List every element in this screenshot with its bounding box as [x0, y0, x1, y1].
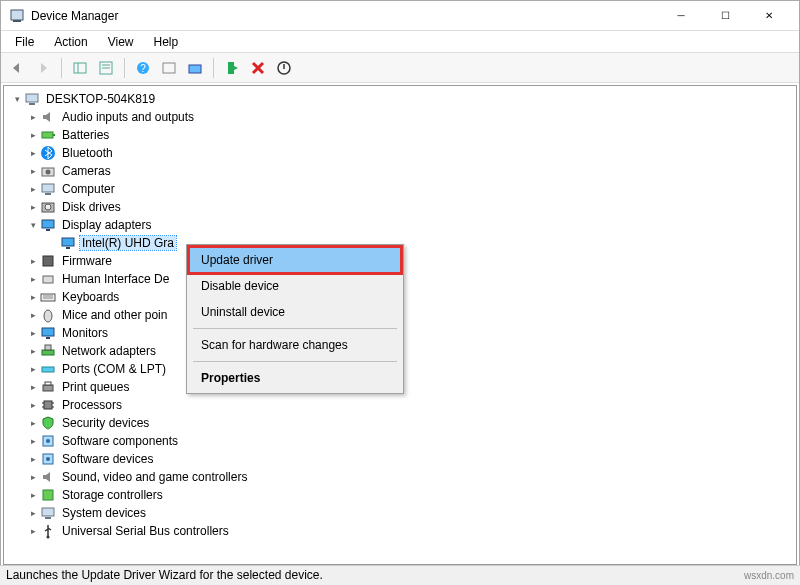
back-button[interactable] — [5, 56, 29, 80]
expander-icon[interactable]: ▸ — [26, 274, 40, 284]
forward-button[interactable] — [31, 56, 55, 80]
show-hide-button[interactable] — [68, 56, 92, 80]
device-tree-panel[interactable]: ▾DESKTOP-504K819▸Audio inputs and output… — [3, 85, 797, 565]
battery-icon — [40, 127, 56, 143]
svg-rect-20 — [42, 184, 54, 192]
svg-rect-27 — [66, 247, 70, 249]
ctx-update-driver[interactable]: Update driver — [189, 247, 401, 273]
update-driver-button[interactable] — [220, 56, 244, 80]
tree-category[interactable]: ▸Bluetooth — [10, 144, 792, 162]
expander-icon[interactable]: ▸ — [26, 112, 40, 122]
tree-root-node[interactable]: ▾DESKTOP-504K819 — [10, 90, 792, 108]
help-button[interactable]: ? — [131, 56, 155, 80]
tree-category[interactable]: ▸Cameras — [10, 162, 792, 180]
expander-icon[interactable]: ▸ — [26, 328, 40, 338]
security-icon — [40, 415, 56, 431]
expander-icon[interactable]: ▸ — [26, 292, 40, 302]
tree-category[interactable]: ▸Storage controllers — [10, 486, 792, 504]
svg-rect-34 — [42, 328, 54, 336]
tree-category[interactable]: ▸Universal Serial Bus controllers — [10, 522, 792, 540]
expander-icon[interactable]: ▸ — [26, 148, 40, 158]
menu-view[interactable]: View — [100, 33, 142, 51]
svg-rect-2 — [74, 63, 86, 73]
expander-icon[interactable]: ▸ — [26, 454, 40, 464]
expander-icon[interactable]: ▸ — [26, 166, 40, 176]
tree-category[interactable]: ▸Computer — [10, 180, 792, 198]
tree-item-label: Storage controllers — [60, 488, 165, 502]
svg-rect-37 — [45, 345, 51, 350]
tree-item-label: Disk drives — [60, 200, 123, 214]
tree-category[interactable]: ▸Processors — [10, 396, 792, 414]
context-menu: Update driver Disable device Uninstall d… — [186, 244, 404, 394]
expander-icon[interactable]: ▸ — [26, 184, 40, 194]
tree-category[interactable]: ▸Security devices — [10, 414, 792, 432]
expander-icon[interactable]: ▾ — [10, 94, 24, 104]
expander-icon[interactable]: ▸ — [26, 526, 40, 536]
statusbar-text: Launches the Update Driver Wizard for th… — [6, 568, 323, 582]
svg-rect-10 — [189, 65, 201, 73]
expander-icon[interactable]: ▸ — [26, 256, 40, 266]
svg-point-47 — [46, 439, 50, 443]
ctx-properties[interactable]: Properties — [189, 365, 401, 391]
tree-category[interactable]: ▾Display adapters — [10, 216, 792, 234]
expander-icon[interactable]: ▸ — [26, 400, 40, 410]
menu-help[interactable]: Help — [146, 33, 187, 51]
computer-icon — [24, 91, 40, 107]
app-icon — [9, 8, 25, 24]
expander-icon[interactable]: ▸ — [26, 436, 40, 446]
tree-item-label: Firmware — [60, 254, 114, 268]
maximize-button[interactable]: ☐ — [703, 2, 747, 30]
action-button[interactable] — [157, 56, 181, 80]
svg-rect-28 — [43, 256, 53, 266]
tree-category[interactable]: ▸Software devices — [10, 450, 792, 468]
properties-button[interactable] — [94, 56, 118, 80]
menu-file[interactable]: File — [7, 33, 42, 51]
svg-rect-13 — [26, 94, 38, 102]
menu-action[interactable]: Action — [46, 33, 95, 51]
svg-rect-25 — [46, 229, 50, 231]
svg-rect-52 — [45, 517, 51, 519]
display-icon — [40, 217, 56, 233]
expander-icon[interactable]: ▸ — [26, 310, 40, 320]
tree-item-label: Processors — [60, 398, 124, 412]
expander-icon[interactable]: ▸ — [26, 382, 40, 392]
minimize-button[interactable]: ─ — [659, 2, 703, 30]
expander-icon[interactable]: ▸ — [26, 346, 40, 356]
toolbar-separator — [213, 58, 214, 78]
tree-item-label: Display adapters — [60, 218, 153, 232]
svg-rect-39 — [43, 385, 53, 391]
expander-icon[interactable]: ▸ — [26, 364, 40, 374]
tree-item-label: Computer — [60, 182, 117, 196]
svg-rect-9 — [163, 63, 175, 73]
storage-icon — [40, 487, 56, 503]
close-button[interactable]: ✕ — [747, 2, 791, 30]
toolbar-separator — [124, 58, 125, 78]
expander-icon[interactable]: ▸ — [26, 508, 40, 518]
expander-icon[interactable]: ▸ — [26, 490, 40, 500]
tree-category[interactable]: ▸Software components — [10, 432, 792, 450]
expander-icon[interactable]: ▸ — [26, 130, 40, 140]
disk-icon — [40, 199, 56, 215]
tree-item-label: Network adapters — [60, 344, 158, 358]
ctx-disable-device[interactable]: Disable device — [189, 273, 401, 299]
ctx-scan-hardware[interactable]: Scan for hardware changes — [189, 332, 401, 358]
tree-category[interactable]: ▸Disk drives — [10, 198, 792, 216]
tree-category[interactable]: ▸Sound, video and game controllers — [10, 468, 792, 486]
expander-icon[interactable]: ▸ — [26, 472, 40, 482]
tree-item-label: Sound, video and game controllers — [60, 470, 249, 484]
disable-button[interactable] — [272, 56, 296, 80]
expander-icon[interactable]: ▸ — [26, 202, 40, 212]
tree-category[interactable]: ▸Audio inputs and outputs — [10, 108, 792, 126]
scan-button[interactable] — [183, 56, 207, 80]
tree-category[interactable]: ▸System devices — [10, 504, 792, 522]
ctx-separator — [193, 328, 397, 329]
svg-rect-26 — [62, 238, 74, 246]
svg-point-53 — [47, 536, 50, 539]
bluetooth-icon — [40, 145, 56, 161]
tree-category[interactable]: ▸Batteries — [10, 126, 792, 144]
ctx-uninstall-device[interactable]: Uninstall device — [189, 299, 401, 325]
uninstall-button[interactable] — [246, 56, 270, 80]
expander-icon[interactable]: ▸ — [26, 418, 40, 428]
expander-icon[interactable]: ▾ — [26, 220, 40, 230]
svg-rect-50 — [43, 490, 53, 500]
